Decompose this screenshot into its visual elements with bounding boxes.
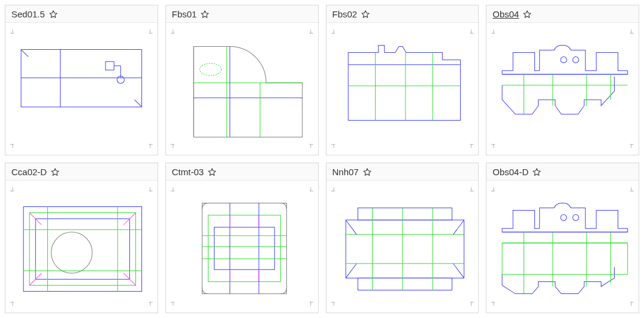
svg-rect-56 (346, 220, 464, 278)
card-header: Fbs01 (166, 5, 318, 23)
svg-rect-33 (29, 213, 135, 286)
card-title[interactable]: Obs04 (492, 9, 519, 19)
dieline-drawing (9, 26, 154, 151)
svg-point-64 (561, 215, 567, 221)
card-title: Cca02-D (11, 167, 47, 177)
svg-point-25 (573, 57, 579, 63)
svg-rect-45 (208, 215, 280, 282)
template-thumbnail[interactable] (486, 181, 639, 313)
template-thumbnail[interactable] (166, 23, 318, 155)
svg-line-8 (135, 100, 142, 107)
template-card[interactable]: Obs04 (486, 5, 639, 155)
template-card[interactable]: Fbs01 (165, 5, 319, 155)
card-header: Obs04-D (486, 163, 639, 181)
template-card[interactable]: Ctmt-03 (165, 163, 319, 313)
card-title: Obs04-D (492, 167, 528, 177)
dieline-drawing (330, 184, 475, 309)
card-header: Obs04 (486, 5, 639, 23)
star-icon[interactable] (362, 167, 372, 177)
star-icon[interactable] (532, 167, 542, 177)
template-card[interactable]: Nnh07 (326, 163, 479, 313)
star-icon[interactable] (207, 167, 217, 177)
template-grid: Sed01.5 Fbs01 Fbs02 Obs04 (5, 5, 639, 313)
dieline-drawing (490, 184, 635, 309)
card-header: Sed01.5 (5, 5, 158, 23)
dieline-drawing (490, 26, 635, 151)
template-card[interactable]: Obs04-D (486, 163, 639, 313)
card-header: Fbs02 (326, 5, 479, 23)
template-card[interactable]: Cca02-D (5, 163, 158, 313)
svg-rect-9 (193, 46, 302, 137)
svg-point-24 (561, 57, 567, 63)
template-thumbnail[interactable] (5, 23, 158, 155)
dieline-drawing (170, 26, 315, 151)
card-title: Nnh07 (332, 167, 359, 177)
template-card[interactable]: Fbs02 (326, 5, 479, 155)
svg-rect-58 (358, 278, 452, 290)
dieline-drawing (9, 184, 154, 309)
template-thumbnail[interactable] (326, 181, 479, 313)
card-header: Nnh07 (326, 163, 479, 181)
svg-point-35 (52, 232, 92, 273)
star-icon[interactable] (49, 10, 58, 19)
star-icon[interactable] (522, 10, 532, 19)
star-icon[interactable] (50, 167, 60, 177)
card-title: Ctmt-03 (172, 167, 204, 177)
card-title: Sed01.5 (11, 9, 45, 19)
svg-rect-46 (214, 227, 274, 270)
template-thumbnail[interactable] (166, 181, 318, 313)
star-icon[interactable] (361, 10, 370, 19)
card-title: Fbs02 (332, 9, 358, 19)
svg-point-65 (573, 215, 579, 221)
template-thumbnail[interactable] (5, 181, 158, 313)
svg-rect-3 (105, 62, 114, 70)
template-card[interactable]: Sed01.5 (5, 5, 158, 155)
card-header: Ctmt-03 (166, 163, 318, 181)
dieline-drawing (330, 26, 475, 151)
svg-rect-44 (202, 203, 286, 293)
svg-rect-68 (502, 243, 628, 274)
dieline-drawing (170, 184, 315, 309)
template-thumbnail[interactable] (326, 23, 479, 155)
svg-rect-57 (358, 208, 452, 220)
svg-point-15 (199, 64, 221, 76)
svg-line-7 (21, 50, 28, 57)
template-thumbnail[interactable] (486, 23, 639, 155)
card-title: Fbs01 (172, 9, 197, 19)
card-header: Cca02-D (5, 163, 158, 181)
svg-rect-32 (23, 207, 141, 292)
star-icon[interactable] (200, 10, 210, 19)
